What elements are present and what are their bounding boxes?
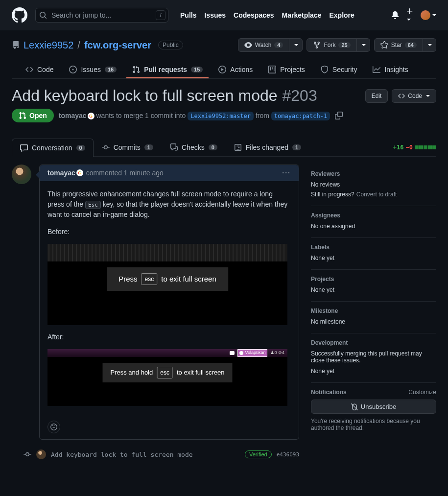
repo-sep: / [77, 40, 80, 51]
comment-content: This progressive enhancement changes ful… [40, 181, 299, 421]
reaction-button[interactable] [47, 421, 60, 433]
commit-row: Add keyboard lock to full screen mode Ve… [39, 448, 299, 461]
google-badge-icon: G [76, 169, 83, 176]
google-badge-icon: G [88, 113, 94, 119]
customize-link[interactable]: Customize [408, 389, 436, 396]
repo-icon [12, 41, 20, 49]
sidebar: Reviewers No reviews Still in progress?C… [311, 165, 436, 461]
game-stats: ♟0 ⊘4 [270, 350, 284, 356]
visibility-badge: Public [158, 41, 183, 49]
repo-head: Lexxie9952 / fcw.org-server Public Watch… [0, 30, 448, 79]
pr-container: Add keyboard lock to full screen mode #2… [0, 79, 448, 473]
search-icon [39, 11, 47, 19]
convert-draft-link[interactable]: Convert to draft [356, 191, 397, 198]
github-logo[interactable] [12, 7, 27, 23]
state-desc: tomayacG wants to merge 1 commit into Le… [59, 112, 330, 119]
unsubscribe-button[interactable]: Unsubscribe [311, 400, 436, 414]
user-menu[interactable] [421, 10, 436, 20]
star-group: Star64 [374, 38, 436, 52]
nation-badge: Volapükan [237, 349, 267, 357]
kebab-icon[interactable]: ··· [282, 169, 291, 177]
sidebar-assignees[interactable]: Assignees No one assigned [311, 206, 436, 238]
nav-pulls[interactable]: Pulls [180, 11, 196, 19]
slash-hint: / [156, 10, 165, 20]
edit-button[interactable]: Edit [365, 89, 388, 103]
tab-issues[interactable]: Issues16 [63, 62, 122, 78]
avatar [421, 10, 430, 20]
commit-avatar[interactable] [36, 449, 46, 459]
screenshot-after[interactable]: Volapükan ♟0 ⊘4 Press and holdescto exit… [47, 349, 287, 406]
copy-icon[interactable] [335, 112, 343, 119]
comment-box: tomayacG commented 1 minute ago ··· This… [39, 165, 299, 440]
pr-title: Add keyboard lock to full screen mode [12, 87, 278, 105]
pr-author-link[interactable]: tomayac [59, 112, 87, 119]
tab-actions[interactable]: Actions [212, 62, 259, 78]
repo-tabs: Code Issues16 Pull requests15 Actions Pr… [12, 62, 436, 79]
screenshot-before[interactable]: Pressescto exit full screen [47, 244, 287, 325]
nav-issues[interactable]: Issues [204, 11, 226, 19]
commit-icon [24, 450, 31, 458]
comment-time: commented 1 minute ago [86, 169, 164, 177]
tab-projects[interactable]: Projects [262, 62, 311, 78]
verified-badge[interactable]: Verified [245, 450, 272, 458]
comment-row: tomayacG commented 1 minute ago ··· This… [12, 165, 299, 440]
nav-marketplace[interactable]: Marketplace [282, 11, 322, 19]
plus-icon[interactable] [406, 7, 414, 23]
nav-codespaces[interactable]: Codespaces [234, 11, 274, 19]
fork-button[interactable]: Fork25 [307, 38, 356, 52]
watch-group: Watch4 [238, 38, 303, 52]
tab-security[interactable]: Security [315, 62, 363, 78]
chat-icon [230, 351, 235, 355]
sidebar-labels[interactable]: Labels None yet [311, 238, 436, 270]
code-dropdown-button[interactable]: Code [392, 89, 436, 103]
comment-avatar[interactable] [12, 165, 31, 184]
watch-button[interactable]: Watch4 [238, 38, 290, 52]
sidebar-development[interactable]: Development Successfully merging this pu… [311, 333, 436, 383]
star-button[interactable]: Star64 [374, 38, 423, 52]
repo-name-link[interactable]: fcw.org-server [84, 40, 151, 51]
sidebar-projects[interactable]: Projects None yet [311, 270, 436, 302]
pr-tab-commits[interactable]: Commits1 [94, 138, 162, 156]
pr-tab-files[interactable]: Files changed1 [226, 138, 309, 156]
watch-caret[interactable] [289, 38, 303, 52]
star-caret[interactable] [423, 38, 436, 52]
global-header: / Pulls Issues Codespaces Marketplace Ex… [0, 0, 448, 30]
fork-group: Fork25 [307, 38, 370, 52]
tab-insights[interactable]: Insights [367, 62, 414, 78]
sidebar-notifications: NotificationsCustomize Unsubscribe You'r… [311, 383, 436, 437]
tab-pulls[interactable]: Pull requests15 [126, 62, 209, 78]
fork-caret[interactable] [356, 38, 370, 52]
header-right [391, 7, 436, 23]
diff-stat: +16 −0 [393, 144, 436, 151]
sidebar-reviewers: Reviewers No reviews Still in progress?C… [311, 165, 436, 206]
state-badge: Open [12, 109, 54, 122]
esc-kbd: Esc [85, 201, 101, 209]
commit-message[interactable]: Add keyboard lock to full screen mode [51, 451, 240, 458]
pr-tab-checks[interactable]: Checks0 [162, 138, 226, 156]
pr-tab-conversation[interactable]: Conversation0 [12, 139, 94, 157]
nav-explore[interactable]: Explore [329, 11, 354, 19]
timeline: tomayacG commented 1 minute ago ··· This… [12, 165, 299, 461]
comment-author[interactable]: tomayac [47, 169, 75, 177]
bell-icon[interactable] [391, 11, 399, 19]
head-branch[interactable]: tomayac:patch-1 [271, 112, 330, 120]
search-input[interactable] [35, 8, 168, 23]
tab-code[interactable]: Code [20, 62, 59, 78]
base-branch[interactable]: Lexxie9952:master [188, 112, 254, 120]
pr-number: #203 [283, 87, 317, 105]
nav-links: Pulls Issues Codespaces Marketplace Expl… [180, 11, 354, 19]
repo-owner-link[interactable]: Lexxie9952 [24, 40, 73, 51]
sidebar-milestone[interactable]: Milestone No milestone [311, 302, 436, 333]
search-wrap: / [35, 8, 168, 23]
commit-sha[interactable]: e436093 [277, 451, 299, 458]
